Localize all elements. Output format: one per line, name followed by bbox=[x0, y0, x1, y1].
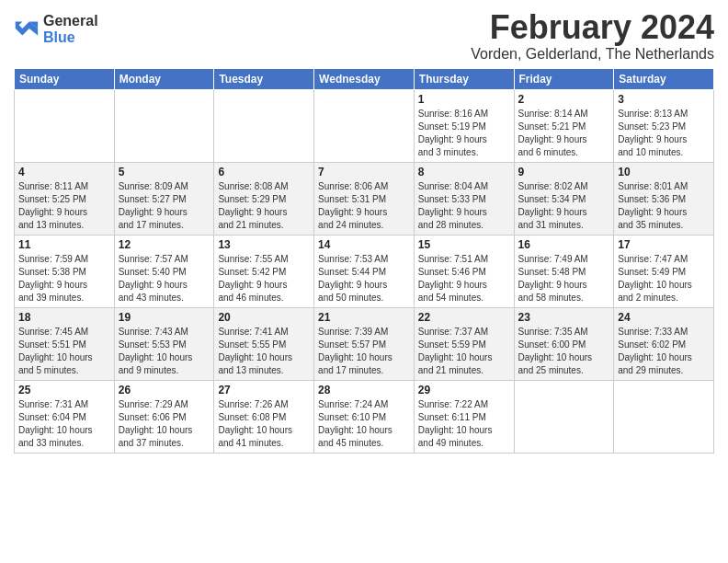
day-number: 2 bbox=[518, 93, 610, 106]
calendar-cell: 21Sunrise: 7:39 AM Sunset: 5:57 PM Dayli… bbox=[314, 307, 415, 380]
calendar-cell: 7Sunrise: 8:06 AM Sunset: 5:31 PM Daylig… bbox=[314, 162, 415, 235]
day-number: 7 bbox=[318, 166, 410, 178]
calendar-cell: 17Sunrise: 7:47 AM Sunset: 5:49 PM Dayli… bbox=[614, 235, 714, 307]
day-info: Sunrise: 7:51 AM Sunset: 5:46 PM Dayligh… bbox=[418, 253, 510, 304]
page: General Blue February 2024 Vorden, Gelde… bbox=[0, 0, 728, 563]
calendar-cell: 19Sunrise: 7:43 AM Sunset: 5:53 PM Dayli… bbox=[114, 307, 214, 380]
day-number: 9 bbox=[518, 166, 610, 178]
logo-icon bbox=[14, 17, 40, 42]
calendar-cell: 10Sunrise: 8:01 AM Sunset: 5:36 PM Dayli… bbox=[614, 162, 714, 235]
calendar-cell: 18Sunrise: 7:45 AM Sunset: 5:51 PM Dayli… bbox=[15, 307, 115, 380]
calendar-cell: 29Sunrise: 7:22 AM Sunset: 6:11 PM Dayli… bbox=[414, 380, 514, 453]
day-number: 5 bbox=[119, 166, 210, 178]
day-number: 23 bbox=[518, 311, 610, 324]
day-info: Sunrise: 7:57 AM Sunset: 5:40 PM Dayligh… bbox=[119, 253, 210, 304]
day-number: 11 bbox=[18, 238, 110, 251]
calendar-cell: 20Sunrise: 7:41 AM Sunset: 5:55 PM Dayli… bbox=[214, 307, 314, 380]
day-info: Sunrise: 8:09 AM Sunset: 5:27 PM Dayligh… bbox=[119, 180, 210, 232]
day-info: Sunrise: 8:04 AM Sunset: 5:33 PM Dayligh… bbox=[418, 180, 510, 232]
day-number: 4 bbox=[18, 166, 110, 178]
calendar-cell bbox=[15, 89, 115, 162]
logo-line1: General bbox=[43, 13, 98, 29]
calendar-week-3: 11Sunrise: 7:59 AM Sunset: 5:38 PM Dayli… bbox=[15, 235, 714, 307]
calendar-cell: 13Sunrise: 7:55 AM Sunset: 5:42 PM Dayli… bbox=[214, 235, 314, 307]
calendar-cell bbox=[514, 380, 614, 453]
calendar-cell: 23Sunrise: 7:35 AM Sunset: 6:00 PM Dayli… bbox=[514, 307, 614, 380]
day-number: 15 bbox=[418, 238, 510, 251]
day-info: Sunrise: 7:29 AM Sunset: 6:06 PM Dayligh… bbox=[119, 398, 210, 450]
day-number: 6 bbox=[218, 166, 310, 178]
day-info: Sunrise: 7:24 AM Sunset: 6:10 PM Dayligh… bbox=[318, 398, 410, 450]
day-number: 24 bbox=[618, 311, 710, 324]
calendar-cell: 15Sunrise: 7:51 AM Sunset: 5:46 PM Dayli… bbox=[414, 235, 514, 307]
weekday-header-tuesday: Tuesday bbox=[214, 68, 314, 89]
day-number: 25 bbox=[18, 384, 110, 396]
day-info: Sunrise: 7:45 AM Sunset: 5:51 PM Dayligh… bbox=[18, 326, 110, 377]
calendar-cell: 25Sunrise: 7:31 AM Sunset: 6:04 PM Dayli… bbox=[15, 380, 115, 453]
day-number: 10 bbox=[618, 166, 710, 178]
day-number: 13 bbox=[218, 238, 310, 251]
calendar-cell: 1Sunrise: 8:16 AM Sunset: 5:19 PM Daylig… bbox=[414, 89, 514, 162]
calendar-cell: 26Sunrise: 7:29 AM Sunset: 6:06 PM Dayli… bbox=[114, 380, 214, 453]
day-info: Sunrise: 7:49 AM Sunset: 5:48 PM Dayligh… bbox=[518, 253, 610, 304]
day-number: 12 bbox=[119, 238, 210, 251]
day-info: Sunrise: 7:59 AM Sunset: 5:38 PM Dayligh… bbox=[18, 253, 110, 304]
month-title: February 2024 bbox=[471, 9, 714, 46]
day-number: 22 bbox=[418, 311, 510, 324]
weekday-row: SundayMondayTuesdayWednesdayThursdayFrid… bbox=[15, 68, 714, 89]
day-info: Sunrise: 7:37 AM Sunset: 5:59 PM Dayligh… bbox=[418, 326, 510, 377]
weekday-header-monday: Monday bbox=[114, 68, 214, 89]
day-info: Sunrise: 7:22 AM Sunset: 6:11 PM Dayligh… bbox=[418, 398, 510, 450]
day-number: 21 bbox=[318, 311, 410, 324]
calendar-cell: 3Sunrise: 8:13 AM Sunset: 5:23 PM Daylig… bbox=[614, 89, 714, 162]
title-block: February 2024 Vorden, Gelderland, The Ne… bbox=[471, 9, 714, 63]
weekday-header-thursday: Thursday bbox=[414, 68, 514, 89]
calendar-cell: 22Sunrise: 7:37 AM Sunset: 5:59 PM Dayli… bbox=[414, 307, 514, 380]
day-info: Sunrise: 8:13 AM Sunset: 5:23 PM Dayligh… bbox=[618, 108, 710, 159]
day-number: 27 bbox=[218, 384, 310, 396]
logo: General Blue bbox=[14, 13, 98, 45]
weekday-header-wednesday: Wednesday bbox=[314, 68, 415, 89]
calendar-week-4: 18Sunrise: 7:45 AM Sunset: 5:51 PM Dayli… bbox=[15, 307, 714, 380]
calendar-cell bbox=[614, 380, 714, 453]
day-info: Sunrise: 7:31 AM Sunset: 6:04 PM Dayligh… bbox=[18, 398, 110, 450]
logo-text: General Blue bbox=[43, 13, 98, 45]
weekday-header-sunday: Sunday bbox=[15, 68, 115, 89]
day-number: 14 bbox=[318, 238, 410, 251]
weekday-header-saturday: Saturday bbox=[614, 68, 714, 89]
weekday-header-friday: Friday bbox=[514, 68, 614, 89]
day-number: 3 bbox=[618, 93, 710, 106]
calendar-cell: 8Sunrise: 8:04 AM Sunset: 5:33 PM Daylig… bbox=[414, 162, 514, 235]
calendar-cell bbox=[214, 89, 314, 162]
day-info: Sunrise: 8:08 AM Sunset: 5:29 PM Dayligh… bbox=[218, 180, 310, 232]
location-subtitle: Vorden, Gelderland, The Netherlands bbox=[471, 46, 714, 63]
calendar-cell: 16Sunrise: 7:49 AM Sunset: 5:48 PM Dayli… bbox=[514, 235, 614, 307]
day-number: 19 bbox=[119, 311, 210, 324]
calendar-body: 1Sunrise: 8:16 AM Sunset: 5:19 PM Daylig… bbox=[15, 89, 714, 453]
calendar-cell: 28Sunrise: 7:24 AM Sunset: 6:10 PM Dayli… bbox=[314, 380, 415, 453]
calendar-week-2: 4Sunrise: 8:11 AM Sunset: 5:25 PM Daylig… bbox=[15, 162, 714, 235]
day-number: 28 bbox=[318, 384, 410, 396]
day-info: Sunrise: 8:16 AM Sunset: 5:19 PM Dayligh… bbox=[418, 108, 510, 159]
calendar-cell bbox=[314, 89, 415, 162]
day-info: Sunrise: 8:01 AM Sunset: 5:36 PM Dayligh… bbox=[618, 180, 710, 232]
day-info: Sunrise: 7:35 AM Sunset: 6:00 PM Dayligh… bbox=[518, 326, 610, 377]
day-info: Sunrise: 8:06 AM Sunset: 5:31 PM Dayligh… bbox=[318, 180, 410, 232]
day-info: Sunrise: 7:47 AM Sunset: 5:49 PM Dayligh… bbox=[618, 253, 710, 304]
calendar-cell: 6Sunrise: 8:08 AM Sunset: 5:29 PM Daylig… bbox=[214, 162, 314, 235]
calendar-cell: 11Sunrise: 7:59 AM Sunset: 5:38 PM Dayli… bbox=[15, 235, 115, 307]
day-number: 16 bbox=[518, 238, 610, 251]
day-number: 26 bbox=[119, 384, 210, 396]
calendar-header: SundayMondayTuesdayWednesdayThursdayFrid… bbox=[15, 68, 714, 89]
calendar-week-5: 25Sunrise: 7:31 AM Sunset: 6:04 PM Dayli… bbox=[15, 380, 714, 453]
calendar-week-1: 1Sunrise: 8:16 AM Sunset: 5:19 PM Daylig… bbox=[15, 89, 714, 162]
day-info: Sunrise: 8:02 AM Sunset: 5:34 PM Dayligh… bbox=[518, 180, 610, 232]
day-info: Sunrise: 7:39 AM Sunset: 5:57 PM Dayligh… bbox=[318, 326, 410, 377]
day-number: 8 bbox=[418, 166, 510, 178]
calendar-cell: 27Sunrise: 7:26 AM Sunset: 6:08 PM Dayli… bbox=[214, 380, 314, 453]
calendar-cell: 24Sunrise: 7:33 AM Sunset: 6:02 PM Dayli… bbox=[614, 307, 714, 380]
calendar-table: SundayMondayTuesdayWednesdayThursdayFrid… bbox=[14, 68, 714, 454]
calendar-cell: 4Sunrise: 8:11 AM Sunset: 5:25 PM Daylig… bbox=[15, 162, 115, 235]
day-info: Sunrise: 7:55 AM Sunset: 5:42 PM Dayligh… bbox=[218, 253, 310, 304]
day-number: 29 bbox=[418, 384, 510, 396]
